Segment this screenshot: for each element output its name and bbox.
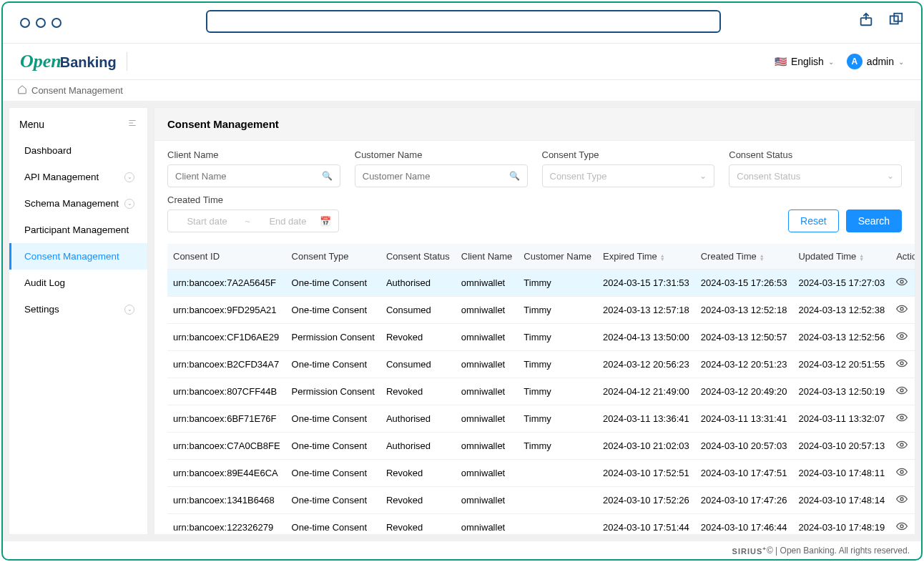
cell-consent-type: One-time Consent: [286, 405, 380, 433]
consent-type-select[interactable]: Consent Type ⌄: [542, 164, 715, 187]
cell-consent-status: Revoked: [380, 324, 456, 351]
menu-collapse-icon[interactable]: [127, 118, 137, 130]
cell-created-time: 2024-03-10 17:47:51: [695, 460, 793, 487]
sidebar-item-dashboard[interactable]: Dashboard: [9, 137, 147, 164]
cell-consent-status: Authorised: [380, 405, 456, 433]
user-menu[interactable]: A admin ⌄: [847, 54, 904, 69]
table-row[interactable]: urn:bancoex:7A2A5645FOne-time ConsentAut…: [167, 270, 915, 297]
view-action-icon[interactable]: [896, 523, 908, 534]
cell-consent-status: Revoked: [380, 514, 456, 536]
sidebar-title: Menu: [19, 119, 44, 130]
customer-name-field[interactable]: [363, 171, 509, 182]
client-name-field[interactable]: [175, 171, 322, 182]
column-header-created-time[interactable]: Created Time▲▼: [695, 244, 793, 270]
cell-consent-id: urn:bancoex:9FD295A21: [167, 297, 286, 324]
cell-created-time: 2024-03-10 17:46:44: [695, 514, 793, 536]
cell-customer-name: Timmy: [518, 405, 597, 433]
consent-type-label: Consent Type: [542, 149, 715, 160]
cell-consent-type: One-time Consent: [286, 487, 380, 514]
cell-updated-time: 2024-03-10 17:48:19: [792, 514, 890, 536]
cell-consent-status: Revoked: [380, 460, 456, 487]
cell-action: [890, 514, 915, 536]
sidebar-item-label: Participant Management: [24, 225, 129, 235]
start-date-placeholder: Start date: [175, 216, 239, 227]
table-row[interactable]: urn:bancoex:B2CFD34A7One-time ConsentCon…: [167, 351, 915, 378]
date-range-separator: ~: [245, 216, 250, 227]
svg-point-7: [900, 389, 903, 392]
expand-icon: ⌄: [124, 199, 134, 209]
view-action-icon[interactable]: [896, 388, 908, 398]
view-action-icon[interactable]: [896, 469, 908, 480]
cell-expired-time: 2024-03-10 17:51:44: [597, 514, 695, 536]
breadcrumb: Consent Management: [3, 80, 921, 102]
app-logo[interactable]: Open Banking: [20, 51, 117, 72]
cell-created-time: 2024-03-15 17:26:53: [695, 270, 793, 297]
sidebar-item-audit-log[interactable]: Audit Log: [9, 270, 147, 296]
cell-customer-name: [518, 514, 597, 536]
cell-updated-time: 2024-03-13 12:52:56: [792, 324, 890, 351]
home-icon[interactable]: [17, 84, 27, 97]
view-action-icon[interactable]: [896, 415, 908, 425]
sidebar-item-api-management[interactable]: API Management⌄: [9, 164, 147, 190]
client-name-input[interactable]: 🔍: [167, 164, 340, 187]
consent-status-select[interactable]: Consent Status ⌄: [729, 164, 902, 187]
reset-button[interactable]: Reset: [788, 209, 839, 232]
view-action-icon[interactable]: [896, 360, 908, 371]
svg-point-5: [900, 335, 903, 337]
cell-consent-status: Revoked: [380, 487, 456, 514]
table-row[interactable]: urn:bancoex:9FD295A21One-time ConsentCon…: [167, 297, 915, 324]
cell-updated-time: 2024-03-10 20:57:13: [792, 433, 890, 460]
table-row[interactable]: urn:bancoex:122326279One-time ConsentRev…: [167, 514, 915, 536]
browser-dot[interactable]: [36, 18, 46, 28]
customer-name-input[interactable]: 🔍: [355, 164, 528, 187]
cell-action: [890, 460, 915, 487]
column-header-consent-id: Consent ID: [167, 244, 286, 270]
svg-point-11: [900, 498, 903, 501]
language-selector[interactable]: 🇺🇸 English ⌄: [775, 56, 834, 67]
customer-name-label: Customer Name: [355, 149, 528, 160]
sidebar-item-label: Settings: [24, 304, 59, 315]
client-name-label: Client Name: [167, 149, 340, 160]
copy-icon[interactable]: [888, 11, 904, 30]
table-row[interactable]: urn:bancoex:C7A0CB8FEOne-time ConsentAut…: [167, 433, 915, 460]
share-icon[interactable]: [858, 11, 874, 30]
view-action-icon[interactable]: [896, 442, 908, 453]
table-row[interactable]: urn:bancoex:6BF71E76FOne-time ConsentAut…: [167, 405, 915, 433]
cell-consent-id: urn:bancoex:6BF71E76F: [167, 405, 286, 433]
sidebar-item-settings[interactable]: Settings⌄: [9, 296, 147, 322]
view-action-icon[interactable]: [896, 496, 908, 507]
cell-updated-time: 2024-03-15 17:27:03: [792, 270, 890, 297]
view-action-icon[interactable]: [896, 306, 908, 317]
sidebar-item-label: API Management: [24, 172, 99, 182]
cell-action: [890, 433, 915, 460]
cell-action: [890, 378, 915, 405]
search-button[interactable]: Search: [846, 209, 902, 232]
cell-customer-name: Timmy: [518, 297, 597, 324]
table-row[interactable]: urn:bancoex:89E44E6CAOne-time ConsentRev…: [167, 460, 915, 487]
calendar-icon: 📅: [320, 216, 331, 227]
browser-dot[interactable]: [51, 18, 62, 28]
table-row[interactable]: urn:bancoex:CF1D6AE29Permission ConsentR…: [167, 324, 915, 351]
sidebar-item-participant-management[interactable]: Participant Management: [9, 217, 147, 243]
sidebar-item-schema-management[interactable]: Schema Management⌄: [9, 190, 147, 217]
cell-client-name: omniwallet: [456, 487, 518, 514]
column-header-expired-time[interactable]: Expired Time▲▼: [597, 244, 695, 270]
url-address-bar[interactable]: [206, 10, 721, 33]
svg-point-6: [900, 362, 903, 365]
svg-point-8: [900, 416, 903, 419]
cell-customer-name: Timmy: [518, 324, 597, 351]
cell-action: [890, 324, 915, 351]
browser-dot[interactable]: [20, 18, 30, 28]
app-footer: SIRIUS+ © | Open Banking. All rights res…: [3, 541, 921, 559]
column-header-client-name: Client Name: [456, 244, 518, 270]
column-header-updated-time[interactable]: Updated Time▲▼: [792, 244, 890, 270]
cell-consent-type: Permission Consent: [286, 378, 380, 405]
cell-created-time: 2024-03-13 12:50:57: [695, 324, 793, 351]
sidebar-item-consent-management[interactable]: Consent Management: [9, 243, 147, 270]
avatar: A: [847, 54, 862, 69]
view-action-icon[interactable]: [896, 333, 908, 344]
username-label: admin: [867, 56, 894, 67]
table-row[interactable]: urn:bancoex:1341B6468One-time ConsentRev…: [167, 487, 915, 514]
view-action-icon[interactable]: [896, 279, 908, 290]
table-row[interactable]: urn:bancoex:807CFF44BPermission ConsentR…: [167, 378, 915, 405]
